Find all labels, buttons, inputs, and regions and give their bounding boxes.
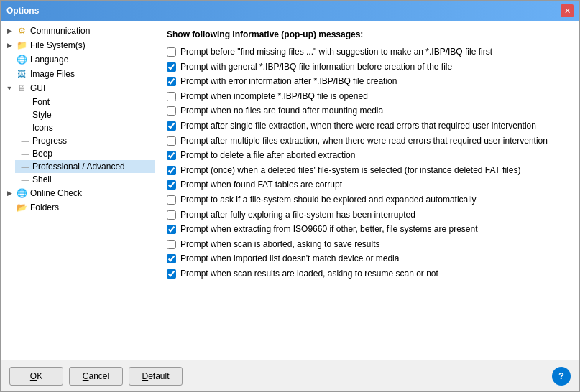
sidebar-item-professional[interactable]: — Professional / Advanced [15, 160, 155, 173]
checkbox-list: Prompt before "find missing files ..." w… [167, 47, 568, 280]
checkbox-item-cb8: Prompt to delete a file after aborted ex… [167, 150, 568, 162]
ok-label: OK [30, 371, 42, 381]
content-area: Show following informative (pop-up) mess… [155, 21, 579, 360]
dash-style: — [18, 111, 32, 119]
checkbox-label-cb7: Prompt after multiple files extraction, … [180, 136, 548, 147]
comm-icon: ⚙ [15, 25, 28, 37]
dash-prof: — [18, 162, 32, 171]
checkbox-item-cb9: Prompt (once) when a deleted files' file… [167, 165, 568, 177]
cancel-button[interactable]: Cancel [69, 367, 123, 386]
help-button[interactable]: ? [552, 367, 571, 386]
sidebar-item-imagefiles[interactable]: 🖼 Image Files [1, 67, 155, 81]
fs-label: File System(s) [30, 40, 86, 50]
checkbox-item-cb4: Prompt when incomplete *.IBP/IBQ file is… [167, 91, 568, 103]
sidebar-item-onlinecheck[interactable]: ▶ 🌐 Online Check [1, 186, 155, 200]
dialog-footer: OK Cancel Default ? [1, 360, 579, 391]
style-label: Style [32, 110, 52, 120]
dash-progress: — [18, 136, 32, 145]
expand-icon-gui: ▼ [4, 83, 15, 94]
checkbox-cb3[interactable] [167, 77, 176, 86]
checkbox-cb4[interactable] [167, 92, 176, 101]
checkbox-label-cb9: Prompt (once) when a deleted files' file… [180, 165, 520, 177]
checkbox-cb8[interactable] [167, 151, 176, 160]
checkbox-cb14[interactable] [167, 240, 176, 249]
sidebar-item-progress[interactable]: — Progress [15, 134, 155, 147]
checkbox-label-cb6: Prompt after single file extraction, whe… [180, 121, 536, 132]
checkbox-cb16[interactable] [167, 269, 176, 279]
expand-icon-comm: ▶ [4, 25, 15, 37]
content-title: Show following informative (pop-up) mess… [167, 29, 568, 39]
img-icon: 🖼 [15, 68, 28, 80]
ok-button[interactable]: OK [9, 367, 63, 386]
dash-font: — [18, 98, 32, 106]
checkbox-label-cb16: Prompt when scan results are loaded, ask… [180, 269, 438, 280]
sidebar-item-shell[interactable]: — Shell [15, 173, 155, 186]
expand-icon-lang [4, 54, 15, 65]
checkbox-label-cb13: Prompt when extracting from ISO9660 if o… [180, 224, 478, 235]
expand-icon-img [4, 68, 15, 80]
sidebar-item-language[interactable]: 🌐 Language [1, 52, 155, 67]
lang-label: Language [30, 55, 68, 65]
checkbox-cb15[interactable] [167, 254, 176, 263]
checkbox-label-cb12: Prompt after fully exploring a file-syst… [180, 210, 415, 221]
progress-label: Progress [32, 136, 67, 146]
checkbox-cb1[interactable] [167, 47, 176, 57]
gui-children: — Font — Style — Icons — Progress — Be [1, 95, 155, 186]
dash-beep: — [18, 149, 32, 158]
checkbox-item-cb10: Prompt when found FAT tables are corrupt [167, 179, 568, 191]
folders-label: Folders [30, 202, 59, 213]
online-icon: 🌐 [15, 187, 28, 199]
beep-label: Beep [32, 149, 52, 159]
gui-label: GUI [30, 83, 45, 93]
online-label: Online Check [30, 188, 82, 198]
checkbox-cb2[interactable] [167, 62, 176, 72]
checkbox-label-cb2: Prompt with general *.IBP/IBQ file infor… [180, 62, 452, 73]
sidebar-item-beep[interactable]: — Beep [15, 147, 155, 160]
checkbox-cb9[interactable] [167, 166, 176, 175]
default-label: Default [142, 371, 169, 381]
font-label: Font [32, 97, 50, 107]
window-title: Options [6, 6, 39, 16]
close-button[interactable]: ✕ [561, 4, 574, 17]
title-bar: Options ✕ [1, 1, 579, 21]
sidebar-item-style[interactable]: — Style [15, 108, 155, 121]
checkbox-label-cb8: Prompt to delete a file after aborted ex… [180, 150, 355, 162]
folders-icon: 📂 [15, 202, 28, 213]
checkbox-cb10[interactable] [167, 180, 176, 190]
checkbox-item-cb1: Prompt before "find missing files ..." w… [167, 47, 568, 58]
cancel-label: Cancel [83, 371, 109, 381]
default-button[interactable]: Default [129, 367, 183, 386]
checkbox-label-cb15: Prompt when imported list doesn't match … [180, 253, 399, 265]
checkbox-label-cb11: Prompt to ask if a file-system should be… [180, 195, 477, 206]
checkbox-item-cb3: Prompt with error information after *.IB… [167, 76, 568, 88]
sidebar-item-font[interactable]: — Font [15, 95, 155, 108]
checkbox-label-cb5: Prompt when no files are found after mou… [180, 106, 383, 117]
options-dialog: Options ✕ ▶ ⚙ Communication ▶ 📁 File Sys… [0, 0, 580, 392]
dash-icons: — [18, 123, 32, 132]
checkbox-cb12[interactable] [167, 210, 176, 220]
expand-icon-fs: ▶ [4, 39, 15, 51]
checkbox-cb7[interactable] [167, 136, 176, 146]
checkbox-cb11[interactable] [167, 195, 176, 205]
checkbox-label-cb1: Prompt before "find missing files ..." w… [180, 47, 492, 58]
checkbox-item-cb11: Prompt to ask if a file-system should be… [167, 195, 568, 206]
checkbox-item-cb2: Prompt with general *.IBP/IBQ file infor… [167, 62, 568, 73]
lang-icon: 🌐 [15, 54, 28, 65]
sidebar: ▶ ⚙ Communication ▶ 📁 File System(s) 🌐 L… [1, 21, 155, 360]
checkbox-label-cb4: Prompt when incomplete *.IBP/IBQ file is… [180, 91, 368, 103]
sidebar-item-gui[interactable]: ▼ 🖥 GUI [1, 81, 155, 95]
checkbox-cb5[interactable] [167, 106, 176, 116]
checkbox-item-cb14: Prompt when scan is aborted, asking to s… [167, 239, 568, 251]
sidebar-item-communication[interactable]: ▶ ⚙ Communication [1, 24, 155, 38]
shell-label: Shell [32, 174, 52, 185]
checkbox-label-cb10: Prompt when found FAT tables are corrupt [180, 179, 342, 191]
sidebar-item-icons[interactable]: — Icons [15, 121, 155, 134]
icons-label: Icons [32, 123, 53, 133]
checkbox-label-cb14: Prompt when scan is aborted, asking to s… [180, 239, 379, 251]
checkbox-cb6[interactable] [167, 121, 176, 131]
sidebar-item-folders[interactable]: 📂 Folders [1, 200, 155, 215]
checkbox-item-cb12: Prompt after fully exploring a file-syst… [167, 210, 568, 221]
checkbox-cb13[interactable] [167, 225, 176, 234]
sidebar-item-filesystem[interactable]: ▶ 📁 File System(s) [1, 38, 155, 52]
checkbox-item-cb7: Prompt after multiple files extraction, … [167, 136, 568, 147]
